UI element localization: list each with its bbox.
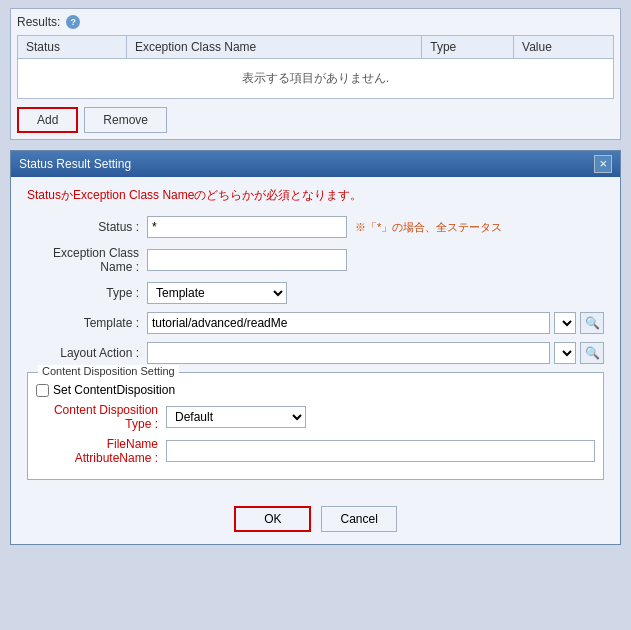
col-type: Type [422,36,514,59]
filename-input[interactable] [166,440,595,462]
content-disposition-legend: Content Disposition Setting [38,365,179,377]
col-value: Value [514,36,614,59]
exception-class-label: Exception ClassName : [27,246,147,274]
template-label: Template : [27,316,147,330]
status-row: Status : ※「*」の場合、全ステータス [27,216,604,238]
table-row-empty: 表示する項目がありません. [18,59,614,99]
cd-type-label: Content Disposition Type : [36,403,166,431]
type-row: Type : Template Forward Redirect JSON [27,282,604,304]
type-label: Type : [27,286,147,300]
col-exception-class: Exception Class Name [126,36,421,59]
layout-action-label: Layout Action : [27,346,147,360]
template-input-group: ▼🔍 [147,312,604,334]
template-search-button[interactable]: 🔍 [580,312,604,334]
set-content-disposition-label: Set ContentDisposition [53,383,175,397]
template-row: Template : ▼🔍 [27,312,604,334]
set-content-disposition-row: Set ContentDisposition [36,383,595,397]
filename-label: FileName AttributeName : [36,437,166,465]
template-input[interactable] [147,312,550,334]
results-table: Status Exception Class Name Type Value 表… [17,35,614,99]
dialog-title: Status Result Setting [19,157,131,171]
col-status: Status [18,36,127,59]
status-label: Status : [27,220,147,234]
status-note: ※「*」の場合、全ステータス [355,220,502,235]
dialog-close-button[interactable]: × [594,155,612,173]
dialog-titlebar: Status Result Setting × [11,151,620,177]
template-combo[interactable]: ▼ [554,312,576,334]
layout-action-row: Layout Action : ▼🔍 [27,342,604,364]
dialog-warning: StatusかException Class Nameのどちらかが必須となります… [27,187,604,204]
layout-action-input-group: ▼🔍 [147,342,604,364]
empty-message: 表示する項目がありません. [18,59,614,99]
cancel-button[interactable]: Cancel [321,506,396,532]
status-input[interactable] [147,216,347,238]
filename-row: FileName AttributeName : [36,437,595,465]
dialog-footer: OK Cancel [11,496,620,544]
add-button[interactable]: Add [17,107,78,133]
remove-button[interactable]: Remove [84,107,167,133]
layout-action-input[interactable] [147,342,550,364]
top-panel: Results: ? Status Exception Class Name T… [10,8,621,140]
cd-type-select[interactable]: Default Inline Attachment [166,406,306,428]
ok-button[interactable]: OK [234,506,311,532]
results-label-row: Results: ? [17,15,614,29]
dialog-content: StatusかException Class Nameのどちらかが必須となります… [11,177,620,496]
layout-action-combo[interactable]: ▼ [554,342,576,364]
exception-class-input[interactable] [147,249,347,271]
exception-class-row: Exception ClassName : [27,246,604,274]
table-buttons: Add Remove [17,107,614,133]
cd-type-row: Content Disposition Type : Default Inlin… [36,403,595,431]
type-select[interactable]: Template Forward Redirect JSON [147,282,287,304]
info-icon[interactable]: ? [66,15,80,29]
layout-action-search-button[interactable]: 🔍 [580,342,604,364]
set-content-disposition-checkbox[interactable] [36,384,49,397]
results-label: Results: [17,15,60,29]
dialog: Status Result Setting × StatusかException… [10,150,621,545]
content-disposition-box: Content Disposition Setting Set ContentD… [27,372,604,480]
